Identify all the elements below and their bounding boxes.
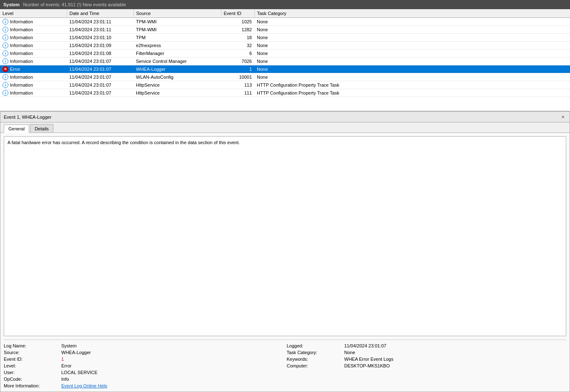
details-meta: Log Name: System Logged: 11/04/2024 23:0… (4, 340, 566, 388)
cell-datetime: 11/04/2024 23:01:11 (67, 18, 133, 26)
cell-source: TPM-WMI (133, 18, 221, 26)
col-header-source: Source (133, 9, 221, 18)
cell-level: ✕Error (0, 65, 67, 73)
details-content: A fatal hardware error has occurred. A r… (0, 133, 570, 392)
table-row[interactable]: iInformation 11/04/2024 23:01:11 TPM-WMI… (0, 18, 570, 26)
cell-level: iInformation (0, 89, 67, 97)
cell-taskcategory: HTTP Configuration Property Trace Task (254, 81, 570, 89)
cell-taskcategory: None (254, 50, 570, 57)
details-tabs: General Details (0, 122, 570, 133)
user-label: User: (4, 370, 58, 375)
user-value: LOCAL SERVICE (61, 370, 284, 375)
table-row[interactable]: iInformation 11/04/2024 23:01:10 TPM 18 … (0, 34, 570, 42)
task-category-label: Task Category: (287, 350, 341, 355)
col-header-level: Level (0, 9, 67, 18)
cell-level: iInformation (0, 57, 67, 65)
app-title: System (3, 2, 20, 7)
logged-value: 11/04/2024 23:01:07 (344, 343, 567, 348)
cell-source: TPM-WMI (133, 26, 221, 34)
cell-datetime: 11/04/2024 23:01:08 (67, 50, 133, 57)
more-info-label: More Information: (4, 383, 58, 388)
cell-taskcategory: None (254, 34, 570, 42)
close-button[interactable]: × (560, 114, 566, 120)
computer-value: DESKTOP-MKS1KBO (344, 363, 567, 368)
event-list-section: Level Date and Time Source Event ID Task… (0, 9, 570, 111)
opcode-label: OpCode: (4, 377, 58, 382)
logged-label: Logged: (287, 343, 341, 348)
table-row[interactable]: iInformation 11/04/2024 23:01:07 Service… (0, 57, 570, 65)
cell-eventid: 113 (221, 81, 254, 89)
level-label: Level: (4, 363, 58, 368)
cell-eventid: 1025 (221, 18, 254, 26)
info-icon: i (3, 74, 8, 80)
log-name-value: System (61, 343, 284, 348)
cell-eventid: 7026 (221, 57, 254, 65)
events-status: Number of events: 41,911 (!) New events … (23, 2, 126, 7)
cell-taskcategory: None (254, 57, 570, 65)
table-row[interactable]: iInformation 11/04/2024 23:01:08 FilterM… (0, 50, 570, 57)
cell-datetime: 11/04/2024 23:01:07 (67, 81, 133, 89)
cell-datetime: 11/04/2024 23:01:07 (67, 57, 133, 65)
info-icon: i (3, 19, 8, 25)
cell-level: iInformation (0, 34, 67, 42)
cell-level: iInformation (0, 26, 67, 34)
cell-eventid: 1 (221, 65, 254, 73)
cell-source: FilterManager (133, 50, 221, 57)
more-info-link[interactable]: Event Log Online Help (61, 383, 284, 388)
source-label: Source: (4, 350, 58, 355)
cell-datetime: 11/04/2024 23:01:09 (67, 42, 133, 50)
table-row[interactable]: iInformation 11/04/2024 23:01:07 WLAN-Au… (0, 73, 570, 81)
event-id-label: Event ID: (4, 357, 58, 362)
details-title: Event 1, WHEA-Logger (4, 115, 51, 120)
level-value: Error (61, 363, 284, 368)
table-row[interactable]: iInformation 11/04/2024 23:01:07 HttpSer… (0, 89, 570, 97)
info-icon: i (3, 82, 8, 88)
col-header-datetime: Date and Time (67, 9, 133, 18)
info-icon: i (3, 58, 8, 64)
details-header: Event 1, WHEA-Logger × (0, 112, 570, 122)
cell-datetime: 11/04/2024 23:01:07 (67, 65, 133, 73)
table-row[interactable]: iInformation 11/04/2024 23:01:11 TPM-WMI… (0, 26, 570, 34)
event-table: Level Date and Time Source Event ID Task… (0, 9, 570, 97)
cell-eventid: 32 (221, 42, 254, 50)
table-row[interactable]: ✕Error 11/04/2024 23:01:07 WHEA-Logger 1… (0, 65, 570, 73)
cell-taskcategory: None (254, 26, 570, 34)
info-icon: i (3, 90, 8, 96)
error-icon: ✕ (3, 66, 8, 72)
cell-eventid: 18 (221, 34, 254, 42)
info-icon: i (3, 42, 8, 48)
cell-source: TPM (133, 34, 221, 42)
event-description: A fatal hardware error has occurred. A r… (4, 136, 566, 336)
keywords-label: Keywords: (287, 357, 341, 362)
opcode-value: Info (61, 377, 284, 382)
cell-source: WLAN-AutoConfig (133, 73, 221, 81)
table-row[interactable]: iInformation 11/04/2024 23:01:09 e2fnexp… (0, 42, 570, 50)
cell-taskcategory: None (254, 18, 570, 26)
tab-general[interactable]: General (4, 125, 29, 133)
event-table-wrapper: Level Date and Time Source Event ID Task… (0, 9, 570, 111)
computer-label: Computer: (287, 363, 341, 368)
cell-source: HttpService (133, 89, 221, 97)
info-icon: i (3, 35, 8, 40)
cell-level: iInformation (0, 50, 67, 57)
cell-source: WHEA-Logger (133, 65, 221, 73)
tab-details[interactable]: Details (30, 124, 53, 132)
details-panel: Event 1, WHEA-Logger × General Details A… (0, 111, 570, 392)
table-header-row: Level Date and Time Source Event ID Task… (0, 9, 570, 18)
task-category-value: None (344, 350, 567, 355)
cell-taskcategory: None (254, 73, 570, 81)
cell-eventid: 1282 (221, 26, 254, 34)
col-header-eventid: Event ID (221, 9, 254, 18)
cell-datetime: 11/04/2024 23:01:07 (67, 89, 133, 97)
cell-source: e2fnexpress (133, 42, 221, 50)
cell-level: iInformation (0, 18, 67, 26)
table-row[interactable]: iInformation 11/04/2024 23:01:07 HttpSer… (0, 81, 570, 89)
cell-source: Service Control Manager (133, 57, 221, 65)
cell-eventid: 111 (221, 89, 254, 97)
cell-level: iInformation (0, 42, 67, 50)
log-name-label: Log Name: (4, 343, 58, 348)
cell-datetime: 11/04/2024 23:01:07 (67, 73, 133, 81)
cell-datetime: 11/04/2024 23:01:11 (67, 26, 133, 34)
cell-taskcategory: None (254, 65, 570, 73)
info-icon: i (3, 27, 8, 32)
